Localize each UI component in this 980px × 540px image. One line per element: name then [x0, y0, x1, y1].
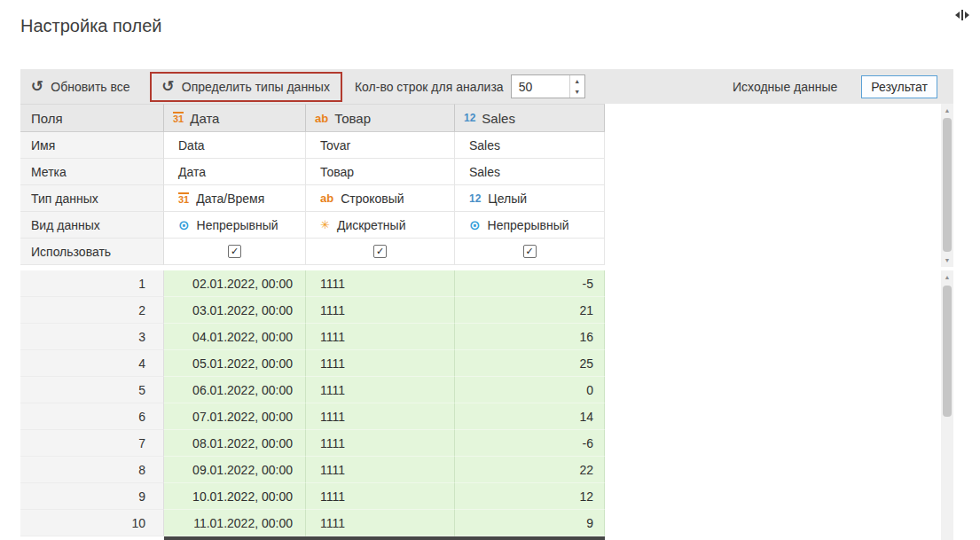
- caption-cell-sales[interactable]: Sales: [455, 159, 605, 185]
- type-cell-product[interactable]: ab Строковый: [306, 185, 455, 212]
- cell-sales: 0: [455, 377, 605, 403]
- name-cell-sales[interactable]: Sales: [455, 132, 605, 159]
- scroll-up-icon[interactable]: ▲: [941, 270, 953, 284]
- refresh-all-button[interactable]: ↺ Обновить все: [20, 69, 141, 104]
- kind-text: Непрерывный: [197, 218, 278, 232]
- page-title: Настройка полей: [20, 16, 162, 36]
- spinner-buttons[interactable]: ▲ ▼: [569, 75, 584, 98]
- field-properties: Имя Data Tovar Sales Метка Дата Товар Sa…: [20, 132, 605, 265]
- table-row: 10 11.01.2022, 00:00 1111 9: [20, 510, 605, 536]
- tab-source-data[interactable]: Исходные данные: [733, 80, 837, 94]
- table-header-row: Поля 31 Дата ab Товар 12 Sales: [20, 104, 605, 132]
- kind-cell-sales[interactable]: ⊙ Непрерывный: [455, 212, 605, 239]
- cell-date: 10.01.2022, 00:00: [164, 483, 306, 510]
- tab-result[interactable]: Результат: [861, 75, 937, 98]
- column-header-date[interactable]: 31 Дата: [164, 104, 306, 132]
- scroll-up-icon[interactable]: ▲: [941, 104, 953, 117]
- row-number: 2: [20, 297, 164, 324]
- caption-cell-date[interactable]: Дата: [164, 159, 306, 185]
- panel-splitter-icon[interactable]: [955, 10, 969, 20]
- cell-date: 02.01.2022, 00:00: [164, 270, 306, 297]
- cell-sales: 22: [455, 457, 605, 483]
- detect-types-icon: ↺: [162, 79, 175, 94]
- cell-product: 1111: [306, 377, 455, 403]
- caption-cell-product[interactable]: Товар: [306, 159, 455, 185]
- property-label-name: Имя: [20, 132, 164, 159]
- use-cell-product: ✓: [306, 239, 455, 265]
- row-number: 4: [20, 350, 164, 377]
- column-header-product[interactable]: ab Товар: [306, 104, 455, 132]
- discrete-icon: ✳: [320, 219, 330, 231]
- column-header-label: Дата: [190, 111, 219, 126]
- property-label-use: Использовать: [20, 239, 164, 265]
- calendar-icon: 31: [178, 192, 189, 205]
- kind-text: Дискретный: [337, 218, 406, 232]
- continuous-icon: ⊙: [178, 218, 190, 231]
- detect-types-highlight-box: ↺ Определить типы данных: [150, 72, 342, 102]
- cell-date: 03.01.2022, 00:00: [164, 297, 306, 324]
- cell-sales: -5: [455, 270, 605, 297]
- field-settings-panel: Настройка полей ↺ Обновить все ↺ Определ…: [0, 0, 980, 540]
- cell-sales: 25: [455, 350, 605, 377]
- row-number: 8: [20, 457, 164, 483]
- scrollbar-thumb[interactable]: [943, 286, 952, 417]
- type-text: Дата/Время: [196, 192, 264, 206]
- property-row-use: Использовать ✓ ✓ ✓: [20, 239, 605, 265]
- toolbar: ↺ Обновить все ↺ Определить типы данных …: [20, 69, 953, 104]
- kind-cell-product[interactable]: ✳ Дискретный: [306, 212, 455, 239]
- cell-date: 06.01.2022, 00:00: [164, 377, 306, 403]
- property-row-name: Имя Data Tovar Sales: [20, 132, 605, 159]
- scroll-down-icon[interactable]: ▼: [941, 254, 953, 267]
- row-number: 1: [20, 270, 164, 297]
- cell-product: 1111: [306, 403, 455, 430]
- refresh-all-label: Обновить все: [51, 80, 129, 94]
- detect-types-button[interactable]: ↺ Определить типы данных: [152, 74, 341, 100]
- data-preview: 1 02.01.2022, 00:00 1111 -5 2 03.01.2022…: [20, 270, 605, 536]
- column-header-label: Товар: [334, 111, 371, 126]
- data-scrollbar[interactable]: ▲: [941, 270, 953, 540]
- splitter-bar-icon: [961, 10, 963, 20]
- column-header-sales[interactable]: 12 Sales: [455, 104, 605, 132]
- cell-date: 05.01.2022, 00:00: [164, 350, 306, 377]
- string-type-icon: ab: [320, 192, 333, 204]
- name-cell-product[interactable]: Tovar: [306, 132, 455, 159]
- table-row: 3 04.01.2022, 00:00 1111 16: [20, 324, 605, 350]
- spinner-down-icon[interactable]: ▼: [570, 87, 584, 98]
- cell-product: 1111: [306, 483, 455, 510]
- type-cell-sales[interactable]: 12 Целый: [455, 185, 605, 212]
- table-row: 6 07.01.2022, 00:00 1111 14: [20, 403, 605, 430]
- table-row: 4 05.01.2022, 00:00 1111 25: [20, 350, 605, 377]
- type-text: Строковый: [341, 192, 404, 206]
- row-number: 5: [20, 377, 164, 403]
- calendar-icon: 31: [173, 112, 184, 124]
- cell-date: 07.01.2022, 00:00: [164, 403, 306, 430]
- use-product-checkbox[interactable]: ✓: [373, 245, 387, 258]
- use-sales-checkbox[interactable]: ✓: [523, 245, 537, 258]
- right-arrow-icon: [965, 12, 969, 19]
- refresh-icon: ↺: [31, 79, 43, 94]
- row-number: 7: [20, 430, 164, 457]
- rows-count-label: Кол-во строк для анализа: [355, 80, 504, 94]
- integer-type-icon: 12: [464, 113, 475, 123]
- cell-date: 08.01.2022, 00:00: [164, 430, 306, 457]
- spinner-up-icon[interactable]: ▲: [570, 75, 584, 87]
- cell-sales: 12: [455, 483, 605, 510]
- property-label-caption: Метка: [20, 159, 164, 185]
- rows-count-input[interactable]: ▲ ▼: [511, 74, 585, 98]
- kind-cell-date[interactable]: ⊙ Непрерывный: [164, 212, 306, 239]
- table-row: 7 08.01.2022, 00:00 1111 -6: [20, 430, 605, 457]
- property-row-caption: Метка Дата Товар Sales: [20, 159, 605, 185]
- string-type-icon: ab: [315, 113, 328, 124]
- property-row-kind: Вид данных ⊙ Непрерывный ✳ Дискретный ⊙ …: [20, 212, 605, 239]
- property-label-type: Тип данных: [20, 185, 164, 212]
- cell-sales: 9: [455, 510, 605, 536]
- cell-sales: -6: [455, 430, 605, 457]
- table-row: 2 03.01.2022, 00:00 1111 21: [20, 297, 605, 324]
- use-date-checkbox[interactable]: ✓: [228, 245, 241, 258]
- row-number: 10: [20, 510, 164, 536]
- name-cell-date[interactable]: Data: [164, 132, 306, 159]
- scrollbar-thumb[interactable]: [943, 118, 952, 252]
- type-cell-date[interactable]: 31 Дата/Время: [164, 185, 306, 212]
- rows-count-value[interactable]: [512, 75, 569, 98]
- fields-scrollbar[interactable]: ▲ ▼: [941, 104, 953, 267]
